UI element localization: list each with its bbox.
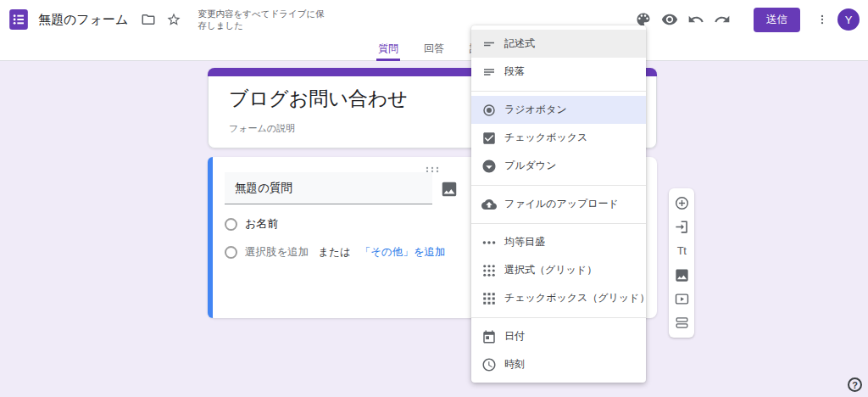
add-option-text[interactable]: 選択肢を追加 [245, 245, 309, 260]
menu-item-choice-grid[interactable]: 選択式（グリッド） [471, 256, 646, 284]
top-bar: 無題のフォーム 変更内容をすべてドライブに保存しました 送信 [0, 0, 868, 39]
menu-item-linear-scale[interactable]: 均等目盛 [471, 228, 646, 256]
add-other-link[interactable]: 「その他」を追加 [360, 245, 446, 260]
paragraph-icon [481, 64, 497, 80]
menu-item-dropdown[interactable]: プルダウン [471, 152, 646, 180]
add-title-text-icon[interactable]: Tt [673, 243, 690, 260]
linear-scale-icon [481, 235, 497, 250]
account-avatar[interactable]: Y [837, 8, 860, 31]
dropdown-circle-icon [481, 159, 497, 174]
menu-item-radio[interactable]: ラジオボタン [471, 96, 646, 124]
date-icon [481, 329, 497, 344]
editor-tab-bar: 質問 回答 設定 [0, 39, 868, 61]
document-title[interactable]: 無題のフォーム [38, 12, 128, 28]
add-image-icon[interactable] [440, 180, 460, 200]
question-title-input[interactable]: 無題の質問 [225, 172, 432, 204]
menu-item-file-upload[interactable]: ファイルのアップロード [471, 190, 646, 218]
add-question-icon[interactable] [673, 194, 690, 211]
radio-button-icon [481, 103, 497, 118]
move-folder-icon[interactable] [140, 11, 157, 28]
add-video-icon[interactable] [673, 291, 690, 308]
menu-item-checkbox[interactable]: チェックボックス [471, 124, 646, 152]
cloud-upload-icon [481, 197, 497, 212]
insert-toolbar: Tt [669, 188, 694, 338]
tab-questions[interactable]: 質問 [376, 39, 400, 61]
tab-answers[interactable]: 回答 [422, 39, 446, 61]
add-image-tool-icon[interactable] [673, 266, 690, 283]
menu-item-short-answer[interactable]: 記述式 [471, 30, 646, 58]
time-icon [481, 357, 497, 372]
menu-divider [471, 91, 646, 92]
active-question-indicator [208, 157, 213, 318]
header-actions: 送信 Y [635, 8, 860, 32]
option-row: お名前 [225, 217, 278, 231]
menu-item-date[interactable]: 日付 [471, 322, 646, 350]
checkbox-grid-icon [481, 291, 497, 306]
send-button[interactable]: 送信 [754, 8, 800, 32]
undo-icon[interactable] [687, 11, 704, 28]
question-type-menu: 記述式 段落 ラジオボタン チェックボックス プルダウン ファイルのアップロード… [471, 25, 646, 383]
add-section-icon[interactable] [673, 315, 690, 332]
checkbox-icon [481, 131, 497, 146]
redo-icon[interactable] [714, 11, 731, 28]
save-status: 変更内容をすべてドライブに保存しました [198, 8, 325, 31]
add-option-row: 選択肢を追加 または 「その他」を追加 [225, 245, 446, 259]
or-text: または [318, 245, 350, 260]
google-forms-editor: 無題のフォーム 変更内容をすべてドライブに保存しました 送信 [0, 0, 868, 397]
more-options-icon[interactable] [816, 11, 828, 28]
radio-placeholder-icon [225, 246, 237, 259]
preview-eye-icon[interactable] [661, 11, 678, 28]
radio-option-icon[interactable] [225, 218, 237, 231]
menu-item-checkbox-grid[interactable]: チェックボックス（グリッド） [471, 284, 646, 312]
menu-item-time[interactable]: 時刻 [471, 350, 646, 378]
menu-divider [471, 317, 646, 318]
forms-logo-icon[interactable] [8, 8, 30, 31]
short-answer-icon [481, 36, 497, 52]
option-label[interactable]: お名前 [245, 216, 278, 232]
menu-divider [471, 223, 646, 224]
help-icon[interactable]: ? [848, 377, 862, 392]
star-icon[interactable] [165, 11, 182, 28]
menu-divider [471, 185, 646, 186]
choice-grid-icon [481, 263, 497, 278]
import-questions-icon[interactable] [673, 218, 690, 235]
menu-item-paragraph[interactable]: 段落 [471, 58, 646, 86]
